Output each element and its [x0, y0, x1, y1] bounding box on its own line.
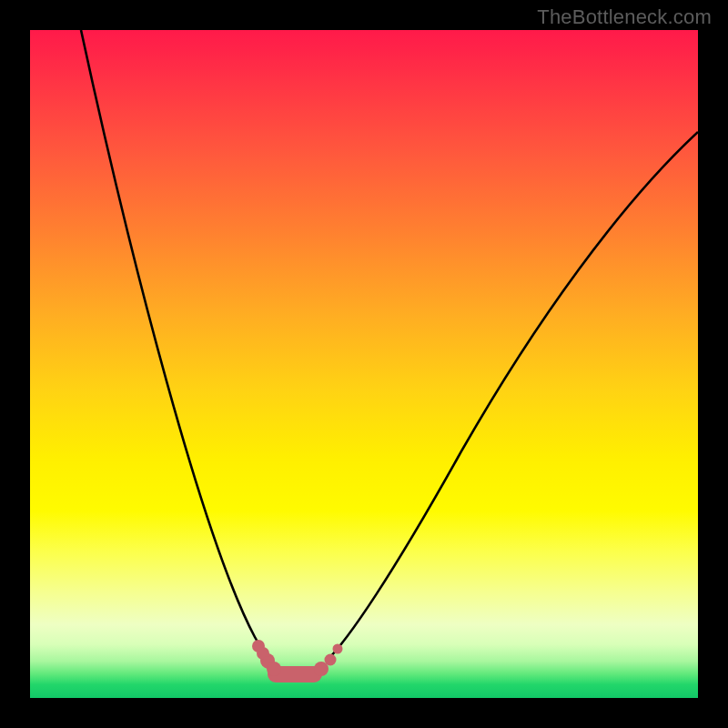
curve-overlay — [30, 30, 698, 698]
right-curve — [326, 132, 698, 662]
svg-point-7 — [325, 654, 337, 666]
trough-marker — [252, 640, 343, 682]
watermark-text: TheBottleneck.com — [537, 5, 712, 29]
chart-container: TheBottleneck.com — [0, 0, 728, 728]
svg-point-5 — [267, 662, 281, 676]
plot-area — [30, 30, 698, 698]
left-curve — [81, 30, 278, 667]
svg-point-8 — [333, 644, 343, 654]
